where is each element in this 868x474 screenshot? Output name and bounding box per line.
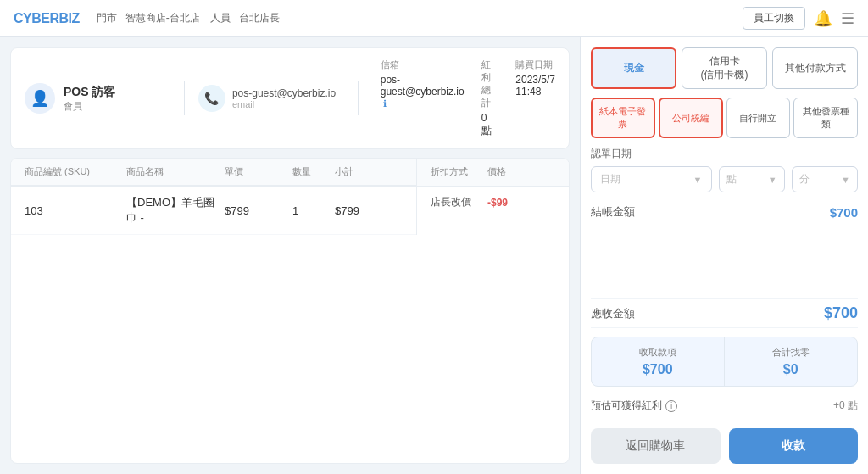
navbar-left: CYBERBIZ 門市 智慧商店-台北店 人員 台北店長 — [14, 11, 280, 26]
main-container: 👤 POS 訪客 會員 📞 pos-guest@cyberbiz.io emai… — [0, 37, 868, 474]
employee-switch-button[interactable]: 員工切換 — [743, 7, 805, 30]
payable-row: 應收金額 $700 — [591, 298, 858, 328]
points-earned-value: +0 點 — [833, 399, 858, 413]
customer-info: POS 訪客 會員 — [64, 85, 115, 113]
collect-value: $700 — [604, 362, 712, 377]
change-value: $0 — [737, 362, 846, 377]
points-group-loyalty: 紅利總計 0 點 — [481, 59, 499, 138]
order-card: 商品編號 (SKU) 商品名稱 單價 數量 小計 折扣方式 價格 103 【DE… — [10, 158, 570, 464]
collect-box: 收取款項 $700 — [592, 337, 725, 386]
left-panel: 👤 POS 訪客 會員 📞 pos-guest@cyberbiz.io emai… — [0, 37, 580, 474]
header-discount-method: 折扣方式 — [431, 165, 487, 179]
minute-select[interactable]: 分 ▼ — [792, 166, 858, 192]
staff-info: 人員 台北店長 — [210, 11, 280, 25]
discount-row: 店長改價 -$99 — [417, 187, 569, 218]
header-subtotal: 小計 — [335, 165, 403, 178]
tab-paper-invoice[interactable]: 紙本電子發票 — [591, 98, 655, 138]
payable-label: 應收金額 — [591, 306, 635, 321]
store-info: 門市 智慧商店-台北店 — [97, 11, 200, 25]
header-discount-price: 價格 — [487, 165, 555, 179]
payment-tabs: 現金 信用卡(信用卡機) 其他付款方式 — [591, 47, 858, 89]
staff-name: 台北店長 — [239, 12, 280, 24]
hour-placeholder: 點 — [726, 172, 737, 187]
loyalty-value: 0 點 — [481, 112, 499, 138]
tab-company-id[interactable]: 公司統編 — [659, 98, 723, 138]
payable-value: $700 — [824, 304, 858, 322]
row-name: 【DEMO】羊毛圈巾 - — [126, 195, 225, 226]
right-panel: 現金 信用卡(信用卡機) 其他付款方式 紙本電子發票 公司統編 自行開立 其他發… — [580, 37, 868, 474]
checkout-button[interactable]: 收款 — [729, 428, 859, 464]
row-subtotal: $799 — [335, 204, 403, 217]
points-group-email: 信箱 pos-guest@cyberbiz.io ℹ — [381, 59, 465, 138]
tab-cash[interactable]: 現金 — [591, 47, 676, 89]
store-label: 門市 — [97, 12, 117, 24]
date-placeholder: 日期 — [600, 172, 620, 187]
points-label-email: 信箱 — [381, 59, 465, 71]
tab-other-invoice[interactable]: 其他發票種類 — [793, 98, 858, 138]
tab-other-payment[interactable]: 其他付款方式 — [772, 47, 858, 89]
email-icon: 📞 — [198, 85, 225, 112]
header-sku: 商品編號 (SKU) — [25, 165, 126, 178]
header-name: 商品名稱 — [126, 165, 225, 178]
staff-label: 人員 — [210, 12, 231, 24]
info-icon-email[interactable]: ℹ — [383, 98, 387, 109]
customer-role: 會員 — [64, 100, 115, 113]
avatar: 👤 — [25, 83, 55, 114]
points-earned-row: 預估可獲得紅利 i +0 點 — [591, 395, 858, 416]
divider — [184, 81, 185, 115]
minute-chevron-icon: ▼ — [841, 175, 850, 185]
logo: CYBERBIZ — [14, 11, 80, 26]
back-to-cart-button[interactable]: 返回購物車 — [591, 428, 721, 464]
navbar-info: 門市 智慧商店-台北店 人員 台北店長 — [97, 11, 280, 25]
hour-chevron-icon: ▼ — [768, 175, 777, 185]
date-section-label: 認單日期 — [591, 147, 858, 161]
avatar-icon: 👤 — [31, 89, 49, 108]
date-input[interactable]: 日期 ▼ — [591, 166, 712, 192]
hour-select[interactable]: 點 ▼ — [719, 166, 785, 192]
items-body: 103 【DEMO】羊毛圈巾 - $799 1 $799 — [11, 187, 416, 235]
row-sku: 103 — [25, 204, 126, 217]
purchase-date-value: 2023/5/7 11:48 — [515, 74, 555, 98]
payment-detail-grid: 收取款項 $700 合計找零 $0 — [591, 337, 858, 387]
table-row: 103 【DEMO】羊毛圈巾 - $799 1 $799 — [11, 187, 416, 235]
notification-icon[interactable]: 🔔 — [814, 9, 832, 28]
email-label: email — [232, 99, 336, 109]
email-section: 📞 pos-guest@cyberbiz.io email — [198, 85, 344, 112]
header-price: 單價 — [225, 165, 292, 178]
tab-credit-card[interactable]: 信用卡(信用卡機) — [682, 47, 767, 89]
points-section: 信箱 pos-guest@cyberbiz.io ℹ 紅利總計 0 點 購買日期… — [381, 59, 555, 138]
navbar: CYBERBIZ 門市 智慧商店-台北店 人員 台北店長 員工切換 🔔 ☰ — [0, 0, 868, 37]
customer-card: 👤 POS 訪客 會員 📞 pos-guest@cyberbiz.io emai… — [10, 47, 570, 149]
tab-self-issue[interactable]: 自行開立 — [726, 98, 791, 138]
row-qty: 1 — [292, 204, 335, 217]
email-info: pos-guest@cyberbiz.io email — [232, 87, 336, 109]
minute-placeholder: 分 — [799, 172, 810, 187]
discount-body: 店長改價 -$99 — [416, 187, 569, 235]
email-value: pos-guest@cyberbiz.io — [232, 87, 336, 99]
divider2 — [358, 81, 359, 115]
points-val-email: pos-guest@cyberbiz.io ℹ — [381, 74, 465, 109]
header-qty: 數量 — [292, 165, 335, 178]
change-label: 合計找零 — [737, 346, 846, 359]
customer-section: 👤 POS 訪客 會員 — [25, 83, 170, 114]
row-price: $799 — [225, 204, 292, 217]
loyalty-label: 紅利總計 — [481, 59, 499, 109]
discount-method-value: 店長改價 — [431, 195, 487, 209]
discount-header: 折扣方式 價格 — [416, 159, 569, 186]
discount-amount-value: -$99 — [487, 197, 555, 209]
spacer — [591, 231, 858, 290]
order-table-body: 103 【DEMO】羊毛圈巾 - $799 1 $799 店長改價 -$99 — [11, 187, 569, 235]
purchase-date-label: 購買日期 — [515, 59, 555, 71]
points-info-icon[interactable]: i — [665, 400, 677, 412]
collect-label: 收取款項 — [604, 346, 712, 359]
navbar-right: 員工切換 🔔 ☰ — [743, 7, 854, 30]
checkout-amount-section: 結帳金額 $700 — [591, 201, 858, 223]
items-header: 商品編號 (SKU) 商品名稱 單價 數量 小計 — [11, 159, 416, 186]
date-section: 認單日期 日期 ▼ 點 ▼ 分 ▼ — [591, 147, 858, 192]
action-buttons: 返回購物車 收款 — [591, 425, 858, 464]
change-box: 合計找零 $0 — [725, 337, 858, 386]
order-table-header-row: 商品編號 (SKU) 商品名稱 單價 數量 小計 折扣方式 價格 — [11, 159, 569, 187]
invoice-tabs: 紙本電子發票 公司統編 自行開立 其他發票種類 — [591, 98, 858, 138]
date-row: 日期 ▼ 點 ▼ 分 ▼ — [591, 166, 858, 192]
menu-icon[interactable]: ☰ — [841, 9, 854, 28]
